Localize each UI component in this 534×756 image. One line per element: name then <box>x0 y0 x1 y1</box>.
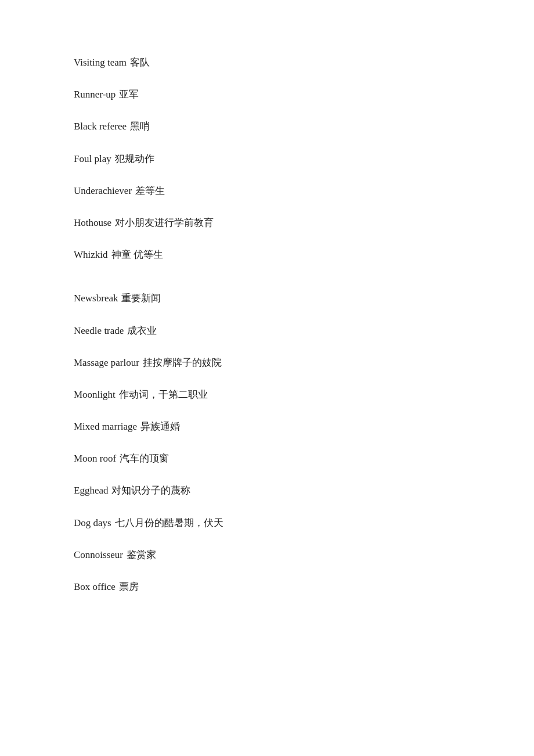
chinese-term-foul-play: 犯规动作 <box>115 153 154 164</box>
chinese-term-moon-roof: 汽车的顶窗 <box>120 453 169 464</box>
chinese-term-dog-days: 七八月份的酷暑期，伏天 <box>115 517 223 528</box>
vocab-item-hothouse: Hothouse对小朋友进行学前教育 <box>74 207 460 239</box>
chinese-term-mixed-marriage: 异族通婚 <box>140 421 180 432</box>
chinese-term-hothouse: 对小朋友进行学前教育 <box>115 217 214 228</box>
english-term-box-office: Box office <box>74 581 116 592</box>
chinese-term-newsbreak: 重要新闻 <box>121 293 161 304</box>
vocab-item-moon-roof: Moon roof汽车的顶窗 <box>74 442 460 474</box>
english-term-whizkid: Whizkid <box>74 249 108 260</box>
vocab-item-needle-trade: Needle trade成衣业 <box>74 315 460 347</box>
chinese-term-underachiever: 差等生 <box>135 185 165 196</box>
chinese-term-moonlight: 作动词，干第二职业 <box>119 389 208 400</box>
chinese-term-egghead: 对知识分子的蔑称 <box>111 485 190 496</box>
english-term-hothouse: Hothouse <box>74 217 111 228</box>
vocab-list: Visiting team客队Runner-up亚军Black referee黑… <box>74 46 460 603</box>
vocab-item-moonlight: Moonlight作动词，干第二职业 <box>74 379 460 411</box>
vocab-item-runner-up: Runner-up亚军 <box>74 78 460 110</box>
english-term-egghead: Egghead <box>74 485 108 496</box>
vocab-item-egghead: Egghead对知识分子的蔑称 <box>74 474 460 506</box>
vocab-item-foul-play: Foul play犯规动作 <box>74 143 460 175</box>
chinese-term-needle-trade: 成衣业 <box>127 325 157 336</box>
chinese-term-black-referee: 黑哨 <box>130 121 150 132</box>
spacer <box>74 271 460 282</box>
english-term-visiting-team: Visiting team <box>74 57 127 68</box>
vocab-item-mixed-marriage: Mixed marriage异族通婚 <box>74 411 460 442</box>
vocab-item-massage-parlour: Massage parlour挂按摩牌子的妓院 <box>74 347 460 379</box>
chinese-term-connoisseur: 鉴赏家 <box>127 549 156 560</box>
chinese-term-visiting-team: 客队 <box>130 57 150 68</box>
english-term-connoisseur: Connoisseur <box>74 549 123 560</box>
english-term-needle-trade: Needle trade <box>74 325 124 336</box>
vocab-item-connoisseur: Connoisseur鉴赏家 <box>74 539 460 571</box>
english-term-newsbreak: Newsbreak <box>74 293 118 304</box>
vocab-item-underachiever: Underachiever差等生 <box>74 175 460 207</box>
vocab-item-whizkid: Whizkid神童 优等生 <box>74 239 460 271</box>
english-term-runner-up: Runner-up <box>74 89 116 100</box>
vocab-item-box-office: Box office票房 <box>74 571 460 603</box>
english-term-black-referee: Black referee <box>74 121 127 132</box>
english-term-underachiever: Underachiever <box>74 185 132 196</box>
chinese-term-massage-parlour: 挂按摩牌子的妓院 <box>143 357 222 368</box>
english-term-foul-play: Foul play <box>74 153 111 164</box>
vocab-item-newsbreak: Newsbreak重要新闻 <box>74 282 460 314</box>
english-term-massage-parlour: Massage parlour <box>74 357 139 368</box>
english-term-mixed-marriage: Mixed marriage <box>74 421 137 432</box>
vocab-item-black-referee: Black referee黑哨 <box>74 110 460 142</box>
chinese-term-whizkid: 神童 优等生 <box>111 249 164 260</box>
english-term-moonlight: Moonlight <box>74 389 116 400</box>
english-term-moon-roof: Moon roof <box>74 453 116 464</box>
english-term-dog-days: Dog days <box>74 517 111 528</box>
chinese-term-runner-up: 亚军 <box>119 89 139 100</box>
vocab-item-dog-days: Dog days七八月份的酷暑期，伏天 <box>74 507 460 539</box>
vocab-item-visiting-team: Visiting team客队 <box>74 46 460 78</box>
chinese-term-box-office: 票房 <box>119 581 139 592</box>
